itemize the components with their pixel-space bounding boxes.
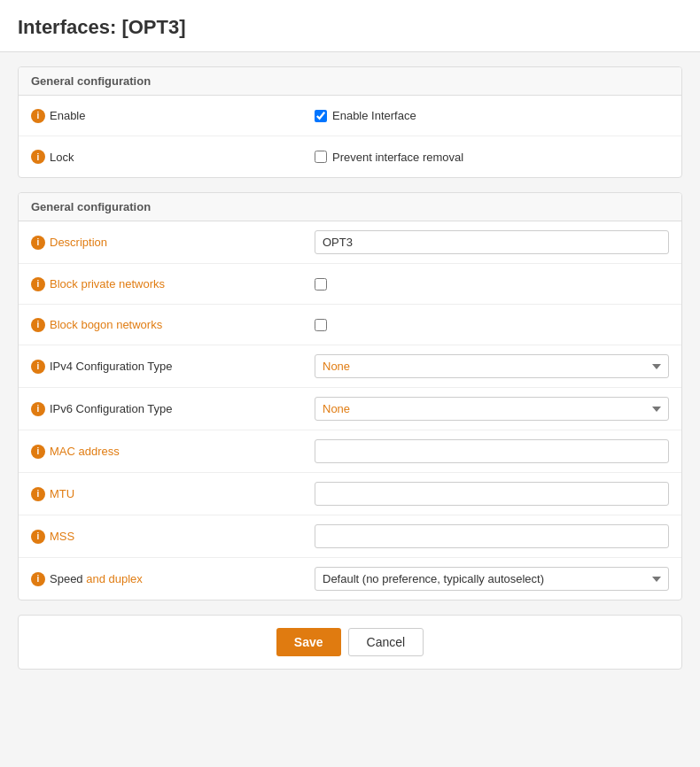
mss-label: MSS bbox=[50, 530, 74, 543]
lock-label: Lock bbox=[50, 151, 74, 164]
ipv4-type-wrapper: None Static IPv4 DHCP PPPoE bbox=[315, 354, 669, 378]
block-bogon-checkbox[interactable] bbox=[315, 319, 327, 331]
card-general: General configuration i Description i Bl… bbox=[18, 192, 682, 600]
mtu-label: MTU bbox=[50, 487, 74, 500]
enable-info-icon[interactable]: i bbox=[31, 109, 45, 123]
speed-info-icon[interactable]: i bbox=[31, 572, 45, 586]
section2-header: General configuration bbox=[19, 193, 681, 221]
ipv6-type-label: IPv6 Configuration Type bbox=[50, 402, 173, 415]
cancel-button[interactable]: Cancel bbox=[348, 628, 424, 656]
ipv6-type-select[interactable]: None Static IPv6 DHCPv6 SLAAC bbox=[315, 397, 669, 421]
mac-row: i MAC address bbox=[19, 430, 681, 473]
speed-label: Speed and duplex bbox=[50, 572, 143, 585]
block-private-label: Block private networks bbox=[50, 277, 165, 291]
page-header: Interfaces: [OPT3] bbox=[0, 0, 700, 52]
ipv6-type-wrapper: None Static IPv6 DHCPv6 SLAAC bbox=[315, 397, 669, 421]
card-enable: General configuration i Enable Enable In… bbox=[18, 66, 682, 178]
speed-select[interactable]: Default (no preference, typically autose… bbox=[315, 567, 669, 591]
save-button[interactable]: Save bbox=[276, 628, 341, 656]
page-title: Interfaces: [OPT3] bbox=[18, 16, 682, 39]
mac-input[interactable] bbox=[315, 439, 669, 463]
block-bogon-label: Block bogon networks bbox=[50, 318, 162, 331]
ipv4-type-info-icon[interactable]: i bbox=[31, 360, 45, 374]
ipv4-type-select[interactable]: None Static IPv4 DHCP PPPoE bbox=[315, 354, 669, 378]
description-label: Description bbox=[50, 236, 107, 249]
lock-checkbox[interactable] bbox=[315, 151, 327, 163]
lock-row: i Lock Prevent interface removal bbox=[19, 136, 681, 177]
description-row: i Description bbox=[19, 221, 681, 264]
lock-checkbox-label[interactable]: Prevent interface removal bbox=[315, 151, 463, 164]
mac-label: MAC address bbox=[50, 445, 120, 458]
block-private-checkbox[interactable] bbox=[315, 278, 327, 291]
enable-row: i Enable Enable Interface bbox=[19, 96, 681, 136]
ipv6-type-row: i IPv6 Configuration Type None Static IP… bbox=[19, 388, 681, 430]
block-bogon-row: i Block bogon networks bbox=[19, 305, 681, 345]
ipv6-type-info-icon[interactable]: i bbox=[31, 402, 45, 416]
mtu-row: i MTU bbox=[19, 473, 681, 515]
speed-row: i Speed and duplex Default (no preferenc… bbox=[19, 558, 681, 600]
speed-wrapper: Default (no preference, typically autose… bbox=[315, 567, 669, 591]
mac-info-icon[interactable]: i bbox=[31, 445, 45, 459]
block-private-info-icon[interactable]: i bbox=[31, 277, 45, 291]
lock-info-icon[interactable]: i bbox=[31, 150, 45, 164]
mss-input[interactable] bbox=[315, 524, 669, 548]
ipv4-type-label: IPv4 Configuration Type bbox=[50, 360, 173, 373]
enable-label: Enable bbox=[50, 109, 85, 122]
section1-header: General configuration bbox=[19, 67, 681, 96]
description-info-icon[interactable]: i bbox=[31, 236, 45, 250]
mss-row: i MSS bbox=[19, 515, 681, 558]
mss-info-icon[interactable]: i bbox=[31, 530, 45, 544]
mtu-info-icon[interactable]: i bbox=[31, 487, 45, 501]
enable-checkbox[interactable] bbox=[315, 110, 327, 122]
block-private-row: i Block private networks bbox=[19, 264, 681, 305]
description-input[interactable] bbox=[315, 230, 669, 254]
mtu-input[interactable] bbox=[315, 482, 669, 506]
block-bogon-info-icon[interactable]: i bbox=[31, 318, 45, 332]
ipv4-type-row: i IPv4 Configuration Type None Static IP… bbox=[19, 345, 681, 388]
enable-checkbox-label[interactable]: Enable Interface bbox=[315, 109, 416, 122]
footer-buttons: Save Cancel bbox=[18, 615, 682, 670]
